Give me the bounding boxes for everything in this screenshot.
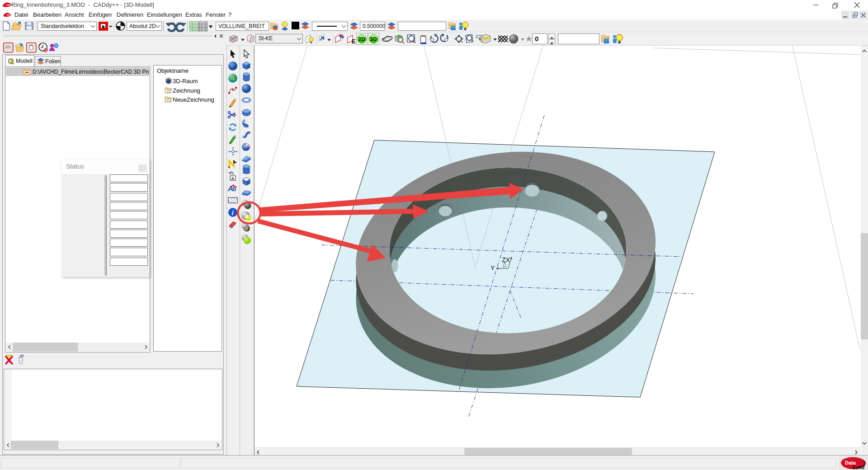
svg-text:3D: 3D <box>370 36 377 42</box>
svg-text:E: E <box>352 38 356 45</box>
svg-text:ZX: ZX <box>502 256 510 263</box>
svg-text:Y: Y <box>491 264 495 272</box>
svg-text:A: A <box>231 176 235 181</box>
svg-text:2D: 2D <box>359 36 366 42</box>
svg-text:Solid: Solid <box>852 465 864 470</box>
